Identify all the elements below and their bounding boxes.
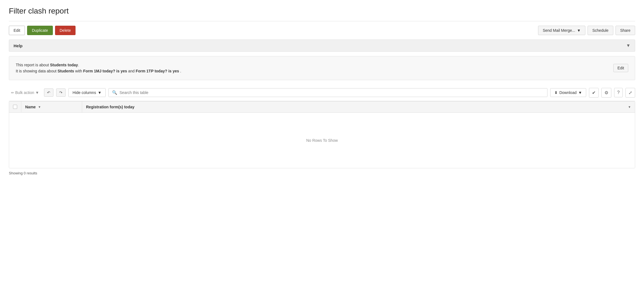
table-body: No Rows To Show: [9, 113, 635, 168]
bulk-action-button[interactable]: ✏ Bulk action ▼: [9, 89, 41, 96]
hide-columns-chevron-icon: ▼: [98, 90, 102, 95]
info-line2-bold1: Students: [58, 69, 74, 73]
action-buttons-right: Send Mail Merge... ▼ Schedule Share: [538, 26, 635, 35]
search-icon: 🔍: [112, 90, 117, 95]
dropdown-arrow-icon: ▼: [577, 28, 581, 33]
share-button[interactable]: Share: [616, 26, 635, 35]
name-column-sort-icon: ▼: [38, 105, 41, 109]
search-wrapper: 🔍: [108, 88, 547, 97]
info-line2-and: and: [127, 69, 136, 73]
info-section: This report is about Students today. It …: [9, 56, 635, 80]
empty-table-message: No Rows To Show: [306, 138, 338, 143]
info-line2-bold3: Form 1TP today? is yes: [136, 69, 179, 73]
help-label: Help: [14, 43, 23, 48]
pencil-icon: ✏: [11, 91, 14, 95]
registration-column-sort-icon: ▼: [628, 105, 631, 109]
info-edit-button[interactable]: Edit: [613, 64, 628, 72]
info-line2-bold2: Form 1MJ today? is yes: [83, 69, 127, 73]
registration-column-label: Registration form(s) today: [86, 105, 134, 109]
top-toolbar: Edit Duplicate Delete Send Mail Merge...…: [9, 26, 635, 35]
results-count: Showing 0 results: [9, 171, 37, 175]
hide-columns-label: Hide columns: [72, 90, 96, 95]
download-icon: ⬇: [554, 90, 558, 95]
undo-button[interactable]: ↶: [44, 88, 53, 97]
download-dropdown-icon: ▼: [578, 90, 582, 95]
bulk-action-label: Bulk action: [15, 90, 34, 95]
expand-icon: ⤢: [629, 90, 632, 95]
search-input[interactable]: [120, 90, 544, 95]
mail-merge-label: Send Mail Merge...: [543, 28, 575, 33]
table-toolbar: ✏ Bulk action ▼ ↶ ↷ Hide columns ▼ 🔍 ⬇ D…: [9, 85, 635, 101]
duplicate-button[interactable]: Duplicate: [27, 26, 53, 35]
info-text: This report is about Students today. It …: [16, 62, 181, 74]
info-line1-bold: Students today: [50, 63, 78, 67]
delete-button[interactable]: Delete: [55, 26, 76, 35]
info-line2-mid: with: [74, 69, 83, 73]
check-button[interactable]: ✔: [589, 88, 599, 98]
info-line2-suffix: .: [179, 69, 181, 73]
question-icon: ?: [617, 90, 620, 95]
name-column-label: Name: [25, 105, 36, 109]
help-button[interactable]: ?: [614, 88, 623, 97]
mail-merge-button[interactable]: Send Mail Merge... ▼: [538, 26, 585, 35]
name-column-header[interactable]: Name ▼: [21, 101, 82, 112]
chevron-down-icon: ▼: [626, 43, 630, 48]
redo-button[interactable]: ↷: [56, 88, 66, 97]
table-header: Name ▼ Registration form(s) today ▼: [9, 101, 635, 113]
data-table: Name ▼ Registration form(s) today ▼ No R…: [9, 101, 635, 168]
edit-button[interactable]: Edit: [9, 26, 25, 35]
info-line1-prefix: This report is about: [16, 63, 50, 67]
registration-column-header[interactable]: Registration form(s) today ▼: [82, 101, 635, 112]
action-buttons-left: Edit Duplicate Delete: [9, 26, 76, 35]
expand-button[interactable]: ⤢: [625, 88, 635, 98]
settings-button[interactable]: ⚙: [601, 88, 611, 98]
top-divider: [9, 21, 635, 21]
help-section[interactable]: Help ▼: [9, 40, 635, 52]
info-line1-suffix: .: [78, 63, 79, 67]
select-all-checkbox[interactable]: [13, 105, 17, 109]
schedule-button[interactable]: Schedule: [588, 26, 613, 35]
checkmark-icon: ✔: [592, 90, 596, 95]
download-button[interactable]: ⬇ Download ▼: [550, 88, 586, 97]
gear-icon: ⚙: [604, 90, 608, 95]
page-title: Filter clash report: [9, 7, 635, 15]
hide-columns-button[interactable]: Hide columns ▼: [68, 88, 106, 97]
download-label: Download: [559, 90, 577, 95]
select-all-checkbox-cell: [9, 101, 21, 112]
table-footer: Showing 0 results: [9, 168, 635, 176]
bulk-action-dropdown-icon: ▼: [35, 90, 39, 95]
info-line2-prefix: It is showing data about: [16, 69, 58, 73]
